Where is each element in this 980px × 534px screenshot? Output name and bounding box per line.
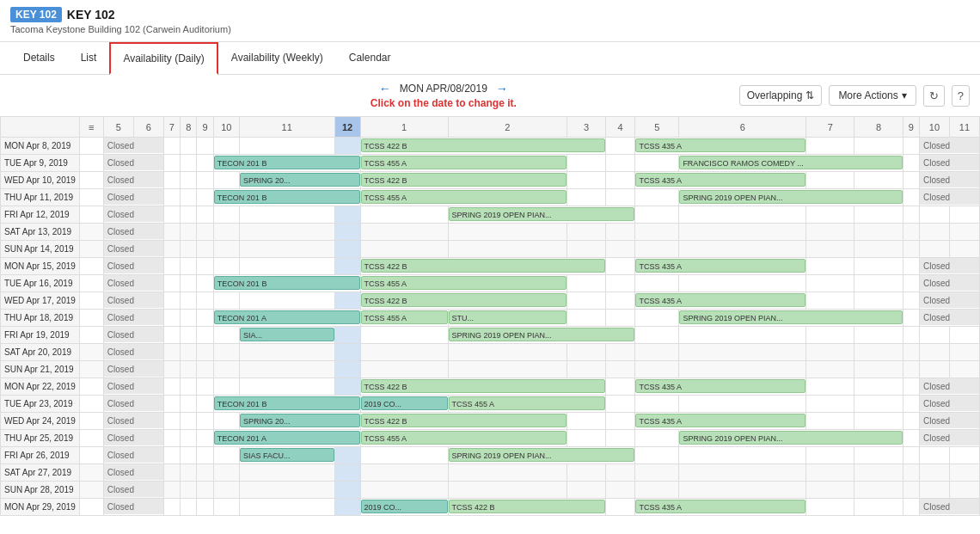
- time-cell: [239, 241, 334, 258]
- time-cell: [919, 447, 949, 464]
- event-block[interactable]: TCSS 455 A: [361, 431, 567, 445]
- event-block[interactable]: TCSS 435 A: [635, 379, 805, 393]
- time-cell: [334, 138, 360, 155]
- tab-list[interactable]: List: [68, 42, 110, 75]
- next-arrow[interactable]: →: [496, 82, 508, 95]
- time-cell: [605, 413, 635, 430]
- time-cell: TCSS 455 A: [448, 396, 605, 413]
- event-block[interactable]: 2019 CO...: [361, 396, 448, 410]
- time-cell: [163, 482, 180, 499]
- time-cell: Closed: [103, 447, 163, 464]
- event-block[interactable]: TCSS 455 A: [361, 190, 567, 204]
- event-block[interactable]: STU...: [449, 310, 567, 324]
- time-cell: [213, 224, 239, 241]
- event-block[interactable]: TCSS 422 B: [361, 379, 605, 393]
- event-block[interactable]: TECON 201 B: [214, 276, 360, 290]
- event-block[interactable]: TCSS 435 A: [635, 173, 805, 187]
- table-row: TUE Apr 23, 2019ClosedTECON 201 B2019 CO…: [1, 396, 980, 413]
- time-cell: [197, 275, 213, 292]
- nav-date-label[interactable]: MON APR/08/2019: [400, 83, 487, 95]
- time-cell: TECON 201 B: [213, 396, 360, 413]
- event-block[interactable]: TECON 201 B: [214, 156, 360, 169]
- event-block[interactable]: TCSS 435 A: [635, 138, 805, 152]
- event-block[interactable]: TECON 201 B: [214, 396, 360, 410]
- row-icon-cell: [79, 327, 103, 344]
- event-block[interactable]: 2019 CO...: [361, 500, 448, 513]
- event-block[interactable]: TCSS 435 A: [635, 259, 805, 273]
- refresh-button[interactable]: ↻: [923, 85, 945, 107]
- event-block[interactable]: TCSS 422 B: [449, 500, 605, 513]
- event-block[interactable]: SPRING 2019 OPEN PIAN...: [449, 448, 635, 462]
- prev-arrow[interactable]: ←: [379, 82, 391, 95]
- time-cell: [197, 292, 213, 310]
- event-block[interactable]: SPRING 2019 OPEN PIAN...: [679, 431, 902, 445]
- time-cell: [679, 464, 806, 482]
- tab-calendar[interactable]: Calendar: [336, 42, 404, 75]
- event-block[interactable]: SPRING 2019 OPEN PIAN...: [679, 310, 902, 324]
- time-cell: [919, 482, 949, 499]
- time-cell: [197, 327, 213, 344]
- event-block[interactable]: TECON 201 A: [214, 431, 360, 445]
- time-cell: Closed: [919, 396, 979, 413]
- time-cell: [854, 275, 903, 292]
- event-block[interactable]: TCSS 455 A: [361, 310, 448, 324]
- event-block[interactable]: TCSS 422 B: [361, 138, 605, 152]
- event-block[interactable]: TCSS 455 A: [361, 276, 567, 290]
- time-header-row: ≡ 5 6 7 8 9 10 11 12 1 2 3 4 5 6 7 8 9 1…: [1, 117, 980, 138]
- row-icon-cell: [79, 482, 103, 499]
- time-cell: [239, 224, 334, 241]
- time-cell: [854, 482, 903, 499]
- event-block[interactable]: SIA...: [240, 328, 334, 341]
- event-block[interactable]: TECON 201 A: [214, 310, 360, 324]
- overlap-select[interactable]: Overlapping ⇅: [739, 85, 823, 106]
- time-cell: [197, 310, 213, 327]
- time-cell: [919, 327, 949, 344]
- tab-details[interactable]: Details: [10, 42, 68, 75]
- event-block[interactable]: SPRING 2019 OPEN PIAN...: [449, 207, 635, 221]
- time-cell: [806, 413, 854, 430]
- table-row: FRI Apr 19, 2019ClosedSIA...SPRING 2019 …: [1, 327, 980, 344]
- event-block[interactable]: SPRING 20...: [240, 173, 360, 187]
- tab-availability-weekly[interactable]: Availability (Weekly): [218, 42, 336, 75]
- time-cell: [163, 241, 180, 258]
- time-cell: Closed: [103, 138, 163, 155]
- event-block[interactable]: FRANCISCO RAMOS COMEDY ...: [679, 156, 902, 169]
- time-cell: Closed: [919, 378, 979, 396]
- event-block[interactable]: TCSS 435 A: [635, 500, 805, 513]
- row-date-label: FRI Apr 12, 2019: [1, 206, 80, 224]
- event-block[interactable]: SIAS FACU...: [240, 448, 334, 462]
- time-cell: [605, 499, 635, 516]
- time-cell: [903, 172, 919, 189]
- time-cell: TCSS 455 A: [360, 155, 567, 172]
- event-block[interactable]: TCSS 435 A: [635, 414, 805, 427]
- event-block[interactable]: TCSS 422 B: [361, 259, 605, 273]
- settings-icon[interactable]: ≡: [89, 122, 94, 132]
- event-block[interactable]: TCSS 422 B: [361, 414, 567, 427]
- event-block[interactable]: TCSS 455 A: [361, 156, 567, 169]
- more-actions-button[interactable]: More Actions ▾: [829, 85, 916, 106]
- row-date-label: THU Apr 18, 2019: [1, 310, 80, 327]
- toolbar-center: ← MON APR/08/2019 → Click on the date to…: [371, 82, 517, 109]
- time-cell: [567, 430, 606, 447]
- time-cell: Closed: [919, 258, 979, 275]
- time-cell: [181, 155, 197, 172]
- event-block[interactable]: TCSS 422 B: [361, 173, 567, 187]
- event-block[interactable]: SPRING 2019 OPEN PIAN...: [679, 190, 902, 204]
- event-block[interactable]: SPRING 20...: [240, 414, 360, 427]
- time-cell: [334, 206, 360, 224]
- time-cell: [181, 189, 197, 206]
- time-cell: [635, 206, 679, 224]
- time-cell: [181, 378, 197, 396]
- time-cell: [919, 464, 949, 482]
- time-cell: [163, 378, 180, 396]
- date-nav: ← MON APR/08/2019 →: [379, 82, 508, 95]
- event-block[interactable]: SPRING 2019 OPEN PIAN...: [449, 328, 635, 341]
- event-block[interactable]: TCSS 435 A: [635, 293, 805, 307]
- event-block[interactable]: TECON 201 B: [214, 190, 360, 204]
- event-block[interactable]: TCSS 455 A: [449, 396, 605, 410]
- time-cell: [163, 138, 180, 155]
- tab-availability-daily[interactable]: Availability (Daily): [109, 42, 217, 75]
- time-cell: [605, 138, 635, 155]
- help-button[interactable]: ?: [952, 85, 970, 107]
- event-block[interactable]: TCSS 422 B: [361, 293, 567, 307]
